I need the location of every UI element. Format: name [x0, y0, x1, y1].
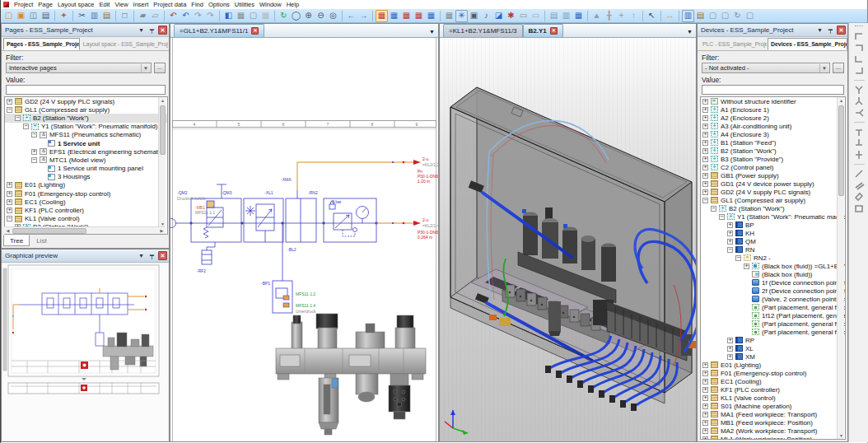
text-box-icon[interactable]: ▭	[530, 10, 542, 22]
preview-panel-titlebar[interactable]: Graphical preview ▾┯✕	[2, 249, 169, 263]
tree-item[interactable]: +RP	[701, 336, 845, 344]
forward-icon[interactable]: →	[357, 10, 370, 22]
tree-item[interactable]: (Part placement, general fluid de	[701, 319, 845, 328]
expand-icon[interactable]: +	[7, 199, 12, 205]
pages-panel-close-icon[interactable]: ✕	[158, 26, 167, 35]
pages-tree-vscrollbar[interactable]: ▲▼	[158, 97, 166, 227]
tree-item[interactable]: +F01 (Emergency-stop control)	[5, 189, 167, 198]
grid-switch-icon[interactable]: ▦	[443, 10, 455, 22]
jumper-icon[interactable]	[853, 149, 866, 161]
editor-tab[interactable]: =GL1+B2.Y1&MFS11/1✕	[174, 24, 264, 37]
window-macro-icon[interactable]: ▦	[235, 10, 247, 22]
corner-top-left-icon[interactable]	[853, 42, 866, 54]
tree-item[interactable]: 1 Service unit	[5, 139, 167, 147]
collapse-icon[interactable]: −	[31, 157, 37, 163]
tree-item[interactable]: +GD2 (24 V supply PLC signals)	[5, 97, 167, 105]
grid-a-icon[interactable]: ▦	[376, 10, 388, 22]
preview-panel-pin-icon[interactable]: ┯	[147, 251, 156, 260]
collapse-icon[interactable]: −	[7, 216, 12, 222]
menu-options[interactable]: Options	[206, 0, 232, 9]
pages-tab-1[interactable]: Layout space - ESS_Sample_Project	[80, 38, 169, 50]
expand-icon[interactable]: +	[727, 231, 733, 236]
tree-item[interactable]: +MA1 (Feed workpiece: Transport)	[701, 410, 845, 418]
tree-item[interactable]: −Y1 (Station "Work": Pneumatic manifold)	[701, 212, 845, 221]
expand-icon[interactable]: +	[702, 403, 708, 409]
tree-item[interactable]: 3 Housings	[5, 173, 167, 181]
polygon-icon[interactable]	[853, 191, 866, 203]
tree-item[interactable]: 2f (Device connection point (flu	[701, 287, 845, 295]
preview-panel-close-icon[interactable]: ✕	[158, 251, 167, 260]
zoom-in-icon[interactable]: ⊕	[302, 10, 315, 22]
collapse-icon[interactable]: −	[727, 247, 733, 253]
expand-icon[interactable]: +	[702, 148, 708, 154]
grid-b-icon[interactable]: ▦	[388, 10, 400, 22]
new-project-icon[interactable]: ▢	[2, 10, 15, 22]
collapse-icon[interactable]: −	[7, 107, 12, 113]
viewer-tab-0[interactable]: =KL1+B2.Y1&MFS11/3	[443, 24, 523, 37]
collapse-icon[interactable]: −	[31, 132, 37, 138]
pages-value-input[interactable]	[6, 85, 166, 95]
tree-item[interactable]: +A4 (Enclosure 3)	[701, 130, 845, 138]
tree-item[interactable]: +A2 (Enclosure 2)	[701, 114, 845, 122]
expand-icon[interactable]: +	[702, 436, 708, 441]
devices-tab-0[interactable]: PLC - ESS_Sample_Project	[699, 38, 768, 50]
expand-icon[interactable]: +	[702, 165, 708, 170]
expand-icon[interactable]: +	[7, 208, 12, 213]
close-icon[interactable]: ◫	[27, 10, 40, 22]
pages-tab-0[interactable]: Pages - ESS_Sample_Project	[3, 38, 80, 50]
tree-item[interactable]: +B2 (Station "Work")	[701, 147, 845, 155]
devices-panel-close-icon[interactable]: ✕	[837, 26, 846, 35]
collapse-icon[interactable]: −	[15, 115, 21, 121]
expand-icon[interactable]: +	[7, 99, 12, 105]
collapse-icon[interactable]: −	[711, 206, 716, 212]
corner-bottom-left-icon[interactable]	[853, 65, 866, 77]
format-brush-icon[interactable]: ▰	[137, 10, 149, 22]
tree-item[interactable]: +EFS1 (Electrical engineering schematic)	[5, 147, 167, 156]
clip-copy-icon[interactable]: ▢	[707, 10, 719, 22]
viewer-tab-1[interactable]: B2.Y1✕	[523, 24, 563, 37]
devices-panel-pin-icon[interactable]: ┯	[826, 26, 835, 35]
tree-item[interactable]: +S01 (Machine operation)	[701, 402, 845, 410]
back-icon[interactable]: ←	[345, 10, 357, 22]
clip-insert-icon[interactable]: ▥	[682, 10, 694, 22]
tree-item[interactable]: +KH	[701, 229, 845, 237]
tree-item[interactable]: −GL1 (Compressed air supply)	[701, 196, 845, 204]
collapse-icon[interactable]: −	[23, 124, 29, 129]
corner-top-right-icon[interactable]	[853, 30, 866, 42]
tree-item[interactable]: −GL1 (Compressed air supply)	[5, 105, 167, 114]
menu-insert[interactable]: Insert	[131, 0, 152, 9]
redo-icon[interactable]: ↷	[192, 10, 204, 22]
win-arrange-icon[interactable]: ▦	[572, 10, 585, 22]
editor-tab-close-icon[interactable]: ✕	[251, 27, 259, 35]
expand-icon[interactable]: +	[702, 412, 708, 417]
tree-item[interactable]: +EC1 (Cooling)	[5, 198, 167, 206]
viewer-3d-canvas[interactable]	[440, 38, 696, 441]
connection-symbols-icon[interactable]: ♪	[480, 10, 492, 22]
tree-item[interactable]: +MA2 (Work workpiece: Transport)	[701, 427, 845, 435]
grid-e-icon[interactable]: ▦	[425, 10, 437, 22]
menu-help[interactable]: Help	[284, 0, 301, 9]
design-mode-icon[interactable]: ▣	[468, 10, 480, 22]
tree-item[interactable]: +KL1 (Valve control)	[701, 394, 845, 402]
tree-item[interactable]: +GD1 (24 V device power supply)	[701, 180, 845, 188]
expand-icon[interactable]: +	[702, 362, 708, 368]
expand-icon[interactable]: +	[702, 173, 708, 179]
devices-value-input[interactable]	[702, 85, 844, 95]
menu-find[interactable]: Find	[189, 0, 206, 9]
expand-icon[interactable]: +	[727, 239, 733, 245]
align-top-icon[interactable]: ▲	[590, 10, 603, 22]
open-project-icon[interactable]: ▣	[15, 10, 27, 22]
menu-layout-space[interactable]: Layout space	[55, 0, 97, 9]
cross-up-icon[interactable]	[853, 138, 866, 149]
page-macro-icon[interactable]: ▢	[247, 10, 259, 22]
tee-right-icon[interactable]	[853, 107, 866, 119]
settings-wrench-icon[interactable]: ✦	[58, 10, 70, 22]
delete-selection-icon[interactable]: □	[119, 10, 131, 22]
tree-item[interactable]: −KL1 (Valve control)	[5, 215, 167, 223]
clip-dup-icon[interactable]: ▢	[719, 10, 731, 22]
win-cascade-icon[interactable]: ▤	[548, 10, 560, 22]
devices-filter-more-button[interactable]: ...	[833, 63, 844, 73]
tree-item[interactable]: −Y1 (Station "Work": Pneumatic manifold)	[5, 123, 167, 131]
expand-icon[interactable]: +	[727, 222, 733, 228]
pages-panel-pin-icon[interactable]: ┯	[147, 26, 156, 35]
